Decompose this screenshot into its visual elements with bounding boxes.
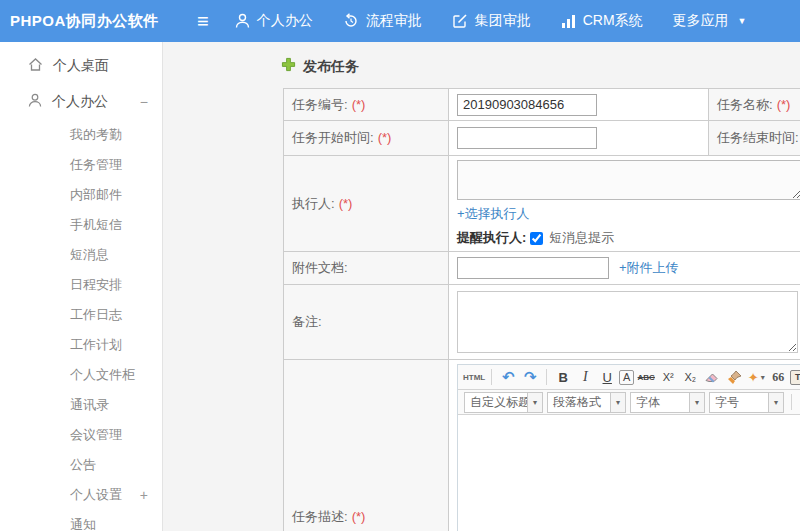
top-nav: 个人办公 流程审批 集团审批 CRM系统 更多应用 ▼ xyxy=(235,12,777,30)
rich-text-editor: HTML ↶ ↷ B I U A ABC X² xyxy=(457,364,800,531)
nav-label: 个人办公 xyxy=(257,12,313,30)
collapse-icon[interactable]: − xyxy=(140,94,148,110)
sidebar-item-work-plan[interactable]: 工作计划 xyxy=(0,330,162,360)
italic-button[interactable]: I xyxy=(575,367,595,387)
nav-more-apps[interactable]: 更多应用 ▼ xyxy=(673,12,747,30)
page-header: 发布任务 xyxy=(163,42,800,88)
sidebar-item-meeting-management[interactable]: 会议管理 xyxy=(0,420,162,450)
required-mark: (*) xyxy=(777,97,791,112)
paragraph-format-select[interactable]: 段落格式▾ xyxy=(547,392,626,413)
attachment-input[interactable] xyxy=(457,257,609,279)
sidebar-item-personal-office[interactable]: 个人办公 − xyxy=(0,84,162,120)
person-icon xyxy=(28,93,42,111)
sidebar-item-personal-desktop[interactable]: 个人桌面 xyxy=(0,48,162,84)
font-size-select[interactable]: 字号▾ xyxy=(709,392,784,413)
editor-toolbar-row2: 自定义标题▾ 段落格式▾ 字体▾ 字号▾ xyxy=(458,390,800,415)
bold-button[interactable]: B xyxy=(553,367,573,387)
select-label: 字体 xyxy=(631,394,689,411)
task-number-label-cell: 任务编号:(*) xyxy=(284,89,449,121)
required-mark: (*) xyxy=(339,196,353,211)
end-time-label: 任务结束时间: xyxy=(717,130,799,145)
task-name-label-cell: 任务名称:(*) xyxy=(709,89,800,121)
superscript-button[interactable]: X² xyxy=(658,367,678,387)
strikethrough-button[interactable]: ABC xyxy=(636,367,656,387)
sidebar-item-notification[interactable]: 通知 xyxy=(0,510,162,531)
sidebar-item-contacts[interactable]: 通讯录 xyxy=(0,390,162,420)
table-row: 备注: xyxy=(284,285,800,360)
font-family-select[interactable]: 字体▾ xyxy=(630,392,705,413)
remark-label-cell: 备注: xyxy=(284,285,449,360)
sidebar-item-work-log[interactable]: 工作日志 xyxy=(0,300,162,330)
sidebar-item-label: 会议管理 xyxy=(70,426,148,444)
sms-remind-checkbox[interactable] xyxy=(530,232,543,245)
undo-icon[interactable]: ↶ xyxy=(498,367,518,387)
sidebar-item-label: 短消息 xyxy=(70,246,148,264)
sidebar-item-my-attendance[interactable]: 我的考勤 xyxy=(0,120,162,150)
chevron-down-icon: ▼ xyxy=(738,16,747,26)
sidebar-item-internal-mail[interactable]: 内部邮件 xyxy=(0,180,162,210)
html-source-button[interactable]: HTML xyxy=(463,367,485,387)
nav-crm-system[interactable]: CRM系统 xyxy=(561,12,643,30)
executor-textarea[interactable] xyxy=(457,160,800,200)
required-mark: (*) xyxy=(352,97,366,112)
task-name-label: 任务名称: xyxy=(717,97,773,112)
nav-personal-office[interactable]: 个人办公 xyxy=(235,12,313,30)
task-number-input[interactable] xyxy=(457,94,597,116)
person-icon xyxy=(235,13,250,29)
underline-button[interactable]: U xyxy=(597,367,617,387)
toolbar-separator xyxy=(491,369,492,385)
task-form: 任务编号:(*) 任务名称:(*) 任务开始时间:(*) xyxy=(283,88,800,531)
sidebar-item-label: 公告 xyxy=(70,456,148,474)
wand-glyph: ✦ xyxy=(748,370,759,385)
description-label-cell: 任务描述:(*) xyxy=(284,360,449,531)
attachment-label-cell: 附件文档: xyxy=(284,252,449,285)
sidebar-item-label: 工作计划 xyxy=(70,336,148,354)
description-label: 任务描述: xyxy=(292,509,348,524)
sidebar-item-mobile-sms[interactable]: 手机短信 xyxy=(0,210,162,240)
sidebar-item-short-message[interactable]: 短消息 xyxy=(0,240,162,270)
topbar: PHPOA协同办公软件 ≡ 个人办公 流程审批 集团审批 CRM系统 更多应用 … xyxy=(0,0,800,42)
sidebar-item-label: 个人桌面 xyxy=(53,57,148,75)
table-row: 执行人:(*) +选择执行人 提醒执行人: 短消息提示 xyxy=(284,156,800,252)
page-title: 发布任务 xyxy=(303,58,359,76)
paste-text-icon[interactable]: T xyxy=(790,370,800,385)
executor-label: 执行人: xyxy=(292,196,335,211)
redo-icon[interactable]: ↷ xyxy=(520,367,540,387)
autoformat-wand-icon[interactable]: ✦▾ xyxy=(746,367,766,387)
eraser-icon[interactable] xyxy=(702,367,722,387)
sidebar-item-label: 日程安排 xyxy=(70,276,148,294)
subscript-button[interactable]: X₂ xyxy=(680,367,700,387)
sms-remind-label: 短消息提示 xyxy=(549,229,614,247)
sidebar-item-label: 个人设置 xyxy=(70,486,140,504)
start-time-input[interactable] xyxy=(457,127,597,149)
required-mark: (*) xyxy=(378,130,392,145)
sidebar-item-personal-settings[interactable]: 个人设置 + xyxy=(0,480,162,510)
editor-content-area[interactable] xyxy=(458,415,800,531)
expand-icon[interactable]: + xyxy=(140,487,148,503)
remark-textarea[interactable] xyxy=(457,291,798,353)
end-time-label-cell: 任务结束时间:(*) xyxy=(709,121,800,156)
format-brush-icon[interactable] xyxy=(724,367,744,387)
start-time-label: 任务开始时间: xyxy=(292,130,374,145)
chevron-down-icon: ▾ xyxy=(761,373,765,382)
font-border-button[interactable]: A xyxy=(619,370,634,385)
sidebar-item-label: 通讯录 xyxy=(70,396,148,414)
sidebar-item-label: 手机短信 xyxy=(70,216,148,234)
start-time-label-cell: 任务开始时间:(*) xyxy=(284,121,449,156)
custom-title-select[interactable]: 自定义标题▾ xyxy=(464,392,543,413)
sidebar-item-schedule[interactable]: 日程安排 xyxy=(0,270,162,300)
sidebar-item-task-management[interactable]: 任务管理 xyxy=(0,150,162,180)
attachment-upload-link[interactable]: +附件上传 xyxy=(619,259,679,277)
hamburger-menu-icon[interactable]: ≡ xyxy=(197,11,209,31)
nav-group-approval[interactable]: 集团审批 xyxy=(452,12,531,30)
select-label: 自定义标题 xyxy=(465,394,527,411)
sidebar-item-personal-files[interactable]: 个人文件柜 xyxy=(0,360,162,390)
app-logo: PHPOA协同办公软件 xyxy=(0,12,163,31)
nav-workflow-approval[interactable]: 流程审批 xyxy=(343,12,422,30)
choose-executor-link[interactable]: +选择执行人 xyxy=(457,206,530,221)
select-label: 字号 xyxy=(710,394,768,411)
chevron-down-icon: ▾ xyxy=(689,393,704,412)
sidebar-item-announcement[interactable]: 公告 xyxy=(0,450,162,480)
home-icon xyxy=(28,57,43,75)
blockquote-button[interactable]: 66 xyxy=(768,367,788,387)
